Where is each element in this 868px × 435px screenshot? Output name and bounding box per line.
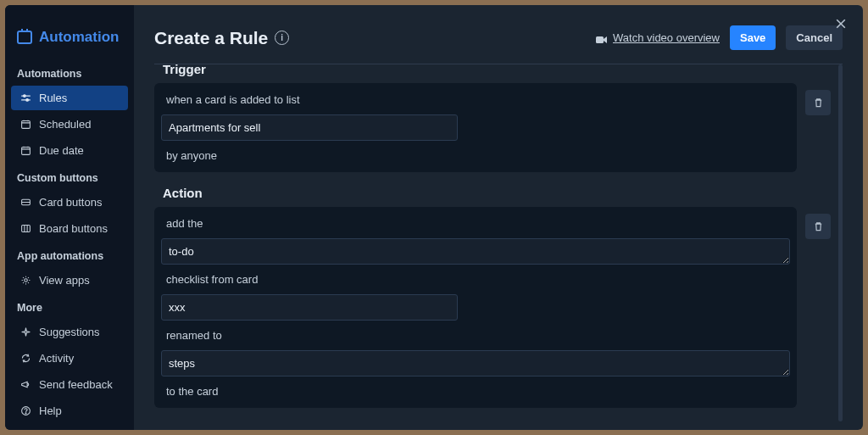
recycle-icon xyxy=(19,353,31,365)
section-heading-trigger: Trigger xyxy=(163,64,831,76)
trigger-line-2: by anyone xyxy=(158,142,793,169)
sidebar-item-activity[interactable]: Activity xyxy=(11,346,128,371)
action-checklist-name-input[interactable]: to-do xyxy=(161,238,790,265)
action-line-2: checklist from card xyxy=(158,266,793,293)
watch-video-label: Watch video overview xyxy=(613,31,720,44)
gear-icon xyxy=(19,275,31,287)
svg-rect-2 xyxy=(21,120,30,128)
svg-rect-3 xyxy=(21,147,30,154)
sidebar-item-label: Scheduled xyxy=(39,118,91,131)
sidebar-item-board-buttons[interactable]: Board buttons xyxy=(11,216,128,241)
sparkle-icon xyxy=(19,326,31,338)
trigger-list-input[interactable] xyxy=(161,114,458,141)
page-title-group: Create a Rule i xyxy=(154,28,289,48)
watch-video-link[interactable]: Watch video overview xyxy=(596,31,720,44)
main-header: Create a Rule i Watch video overview Sav… xyxy=(154,25,843,50)
sidebar-item-rules[interactable]: Rules xyxy=(11,86,128,110)
sidebar-item-view-apps[interactable]: View apps xyxy=(11,268,128,293)
sidebar-item-label: Card buttons xyxy=(39,196,102,209)
sidebar-item-label: Board buttons xyxy=(39,222,108,235)
action-line-4: to the card xyxy=(158,378,793,404)
sliders-icon xyxy=(19,92,31,104)
video-icon xyxy=(596,34,608,42)
sidebar-item-label: Due date xyxy=(39,144,84,157)
svg-point-0 xyxy=(23,95,25,98)
section-label-more: More xyxy=(5,293,134,319)
rule-body: Trigger when a card is added to list by … xyxy=(154,64,843,421)
sidebar-item-label: Send feedback xyxy=(39,378,113,391)
sidebar-item-duedate[interactable]: Due date xyxy=(11,138,128,163)
board-icon xyxy=(19,223,31,235)
megaphone-icon xyxy=(19,379,31,391)
sidebar-item-suggestions[interactable]: Suggestions xyxy=(11,320,128,344)
sidebar-item-label: Suggestions xyxy=(39,326,100,338)
action-row: add the to-do checklist from card rename… xyxy=(154,207,831,408)
action-source-card-input[interactable] xyxy=(161,294,458,321)
svg-point-8 xyxy=(25,413,26,414)
help-icon xyxy=(19,405,31,417)
svg-point-1 xyxy=(25,99,28,102)
action-line-1: add the xyxy=(158,210,793,237)
card-icon xyxy=(19,197,31,209)
calendar-icon xyxy=(19,119,31,131)
sidebar-item-card-buttons[interactable]: Card buttons xyxy=(11,190,128,215)
main-panel: Create a Rule i Watch video overview Sav… xyxy=(134,5,863,430)
info-icon[interactable]: i xyxy=(275,31,289,45)
sidebar-item-label: View apps xyxy=(39,274,90,287)
section-label-custom-buttons: Custom buttons xyxy=(5,164,134,189)
save-button[interactable]: Save xyxy=(730,25,776,50)
trigger-line-1: when a card is added to list xyxy=(158,86,793,113)
sidebar-item-help[interactable]: Help xyxy=(11,399,128,423)
action-block: add the to-do checklist from card rename… xyxy=(154,207,797,408)
action-line-3: renamed to xyxy=(158,322,793,349)
automation-icon xyxy=(17,31,32,44)
close-icon[interactable] xyxy=(834,17,851,34)
svg-rect-9 xyxy=(596,36,604,43)
trigger-block: when a card is added to list by anyone xyxy=(154,83,797,172)
section-heading-action: Action xyxy=(163,186,831,200)
sidebar-item-feedback[interactable]: Send feedback xyxy=(11,372,128,397)
sidebar-item-label: Activity xyxy=(39,352,74,365)
section-label-app-automations: App automations xyxy=(5,242,134,267)
svg-rect-5 xyxy=(21,225,30,231)
brand-label: Automation xyxy=(39,29,119,46)
trigger-row: when a card is added to list by anyone xyxy=(154,83,831,172)
sidebar: Automation Automations Rules Scheduled D… xyxy=(5,5,134,430)
page-title: Create a Rule xyxy=(154,28,268,48)
sidebar-item-label: Rules xyxy=(39,92,67,104)
calendar-icon xyxy=(19,145,31,157)
scrollbar[interactable] xyxy=(838,64,843,421)
automation-modal: Automation Automations Rules Scheduled D… xyxy=(5,5,863,430)
action-rename-input[interactable]: steps xyxy=(161,350,790,376)
delete-trigger-button[interactable] xyxy=(805,90,831,115)
delete-action-button[interactable] xyxy=(805,214,831,239)
section-label-automations: Automations xyxy=(5,59,134,85)
sidebar-item-label: Help xyxy=(39,404,62,417)
svg-point-6 xyxy=(24,279,27,282)
brand: Automation xyxy=(5,20,134,59)
sidebar-item-scheduled[interactable]: Scheduled xyxy=(11,112,128,137)
